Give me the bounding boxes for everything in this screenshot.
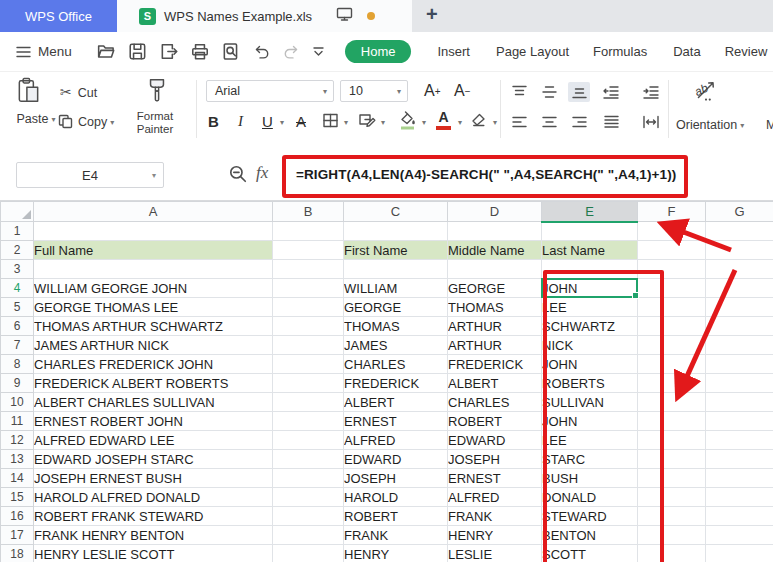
cell-C15[interactable]: HAROLD (344, 488, 448, 507)
column-header-D[interactable]: D (448, 202, 542, 222)
align-center-button[interactable] (538, 112, 560, 132)
row-header-9[interactable]: 9 (1, 374, 34, 393)
copy-dropdown-caret[interactable]: ▾ (110, 118, 114, 127)
cell-C2[interactable]: First Name (344, 241, 448, 260)
cell-D15[interactable]: ALFRED (448, 488, 542, 507)
row-header-11[interactable]: 11 (1, 412, 34, 431)
cell-A9[interactable]: FREDERICK ALBERT ROBERTS (34, 374, 273, 393)
cell-D16[interactable]: FRANK (448, 507, 542, 526)
cell-D13[interactable]: JOSEPH (448, 450, 542, 469)
column-header-A[interactable]: A (34, 202, 273, 222)
cell-C5[interactable]: GEORGE (344, 298, 448, 317)
cell-A5[interactable]: GEORGE THOMAS LEE (34, 298, 273, 317)
row-header-15[interactable]: 15 (1, 488, 34, 507)
print-button[interactable] (190, 42, 210, 61)
ribbon-tab-page-layout[interactable]: Page Layout (496, 44, 569, 59)
cell-D8[interactable]: FREDERICK (448, 355, 542, 374)
cell-A1[interactable] (34, 222, 273, 241)
cell-D6[interactable]: ARTHUR (448, 317, 542, 336)
italic-button[interactable]: I (238, 110, 243, 132)
format-painter-icon[interactable] (146, 77, 168, 109)
more-quick-actions-button[interactable] (312, 47, 325, 57)
clear-format-button[interactable] (470, 112, 488, 132)
cell-F6[interactable] (638, 317, 706, 336)
cell-G10[interactable] (706, 393, 773, 412)
cell-G18[interactable] (706, 545, 773, 562)
cell-D2[interactable]: Middle Name (448, 241, 542, 260)
cell-B7[interactable] (273, 336, 344, 355)
row-header-13[interactable]: 13 (1, 450, 34, 469)
copy-button[interactable]: Copy▾ (58, 114, 114, 129)
cell-B13[interactable] (273, 450, 344, 469)
wps-office-tab[interactable]: WPS Office (0, 0, 117, 32)
cell-F15[interactable] (638, 488, 706, 507)
cell-A10[interactable]: ALBERT CHARLES SULLIVAN (34, 393, 273, 412)
monitor-icon[interactable] (336, 6, 353, 26)
cell-F18[interactable] (638, 545, 706, 562)
paste-icon[interactable] (16, 77, 41, 109)
cell-G2[interactable] (706, 241, 773, 260)
cell-C16[interactable]: ROBERT (344, 507, 448, 526)
ribbon-tab-data[interactable]: Data (673, 44, 700, 59)
cell-F11[interactable] (638, 412, 706, 431)
cell-F17[interactable] (638, 526, 706, 545)
cell-A11[interactable]: ERNEST ROBERT JOHN (34, 412, 273, 431)
font-color-button[interactable]: A (436, 110, 451, 130)
cell-B4[interactable] (273, 279, 344, 298)
underline-button[interactable]: U (262, 110, 273, 132)
borders-caret[interactable]: ▾ (344, 118, 348, 127)
cell-A13[interactable]: EDWARD JOSEPH STARC (34, 450, 273, 469)
cell-F14[interactable] (638, 469, 706, 488)
column-header-F[interactable]: F (638, 202, 706, 222)
cell-E16[interactable]: STEWARD (542, 507, 638, 526)
row-header-1[interactable]: 1 (1, 222, 34, 241)
cell-C12[interactable]: ALFRED (344, 431, 448, 450)
cell-F10[interactable] (638, 393, 706, 412)
align-right-button[interactable] (568, 112, 590, 132)
row-header-18[interactable]: 18 (1, 545, 34, 562)
document-tab[interactable]: S WPS Names Example.xls (117, 0, 412, 32)
cell-C11[interactable]: ERNEST (344, 412, 448, 431)
fill-color-caret[interactable]: ▾ (422, 118, 426, 127)
justify-button[interactable] (600, 112, 622, 132)
cut-button[interactable]: ✂Cut (60, 84, 97, 100)
cell-E11[interactable]: JOHN (542, 412, 638, 431)
cell-D5[interactable]: THOMAS (448, 298, 542, 317)
row-header-14[interactable]: 14 (1, 469, 34, 488)
cell-D18[interactable]: LESLIE (448, 545, 542, 562)
row-header-10[interactable]: 10 (1, 393, 34, 412)
cell-B1[interactable] (273, 222, 344, 241)
save-button[interactable] (128, 42, 148, 61)
cell-format-caret[interactable]: ▾ (381, 118, 385, 127)
cell-D14[interactable]: ERNEST (448, 469, 542, 488)
cell-C10[interactable]: ALBERT (344, 393, 448, 412)
row-header-7[interactable]: 7 (1, 336, 34, 355)
cell-G14[interactable] (706, 469, 773, 488)
cell-E6[interactable]: SCHWARTZ (542, 317, 638, 336)
cell-E18[interactable]: SCOTT (542, 545, 638, 562)
cell-E1[interactable] (542, 222, 638, 241)
cell-A12[interactable]: ALFRED EDWARD LEE (34, 431, 273, 450)
undo-button[interactable] (252, 43, 271, 61)
cell-E14[interactable]: BUSH (542, 469, 638, 488)
increase-indent-button[interactable] (640, 82, 662, 102)
cell-A16[interactable]: ROBERT FRANK STEWARD (34, 507, 273, 526)
orientation-icon[interactable]: ab (692, 77, 720, 109)
cell-F3[interactable] (638, 260, 706, 279)
column-header-B[interactable]: B (273, 202, 344, 222)
ribbon-tab-home[interactable]: Home (345, 40, 412, 63)
bold-button[interactable]: B (208, 110, 219, 132)
cell-B8[interactable] (273, 355, 344, 374)
cell-G4[interactable] (706, 279, 773, 298)
cell-A8[interactable]: CHARLES FREDERICK JOHN (34, 355, 273, 374)
main-menu-button[interactable]: Menu (16, 44, 72, 59)
format-painter-button[interactable]: FormatPainter (124, 110, 186, 136)
cell-F5[interactable] (638, 298, 706, 317)
column-header-G[interactable]: G (706, 202, 773, 222)
font-size-select[interactable]: 10 ▾ (340, 80, 408, 102)
cell-D4[interactable]: GEORGE (448, 279, 542, 298)
cell-D9[interactable]: ALBERT (448, 374, 542, 393)
cell-A14[interactable]: JOSEPH ERNEST BUSH (34, 469, 273, 488)
align-left-button[interactable] (508, 112, 530, 132)
ribbon-tab-insert[interactable]: Insert (437, 44, 470, 59)
